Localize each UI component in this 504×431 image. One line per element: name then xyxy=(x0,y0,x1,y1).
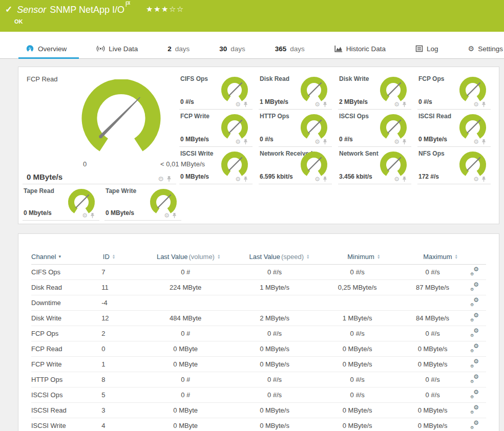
edit-channel-icon[interactable]: ⚙⚙ xyxy=(470,268,479,275)
pin-icon[interactable] xyxy=(481,139,487,145)
table-row-fcp-read[interactable]: FCP Read00 MByte0 MByte/s0 MByte/s0 MByt… xyxy=(31,341,486,357)
column-header-last-value-speed[interactable]: Last Value(speed)▲▼ xyxy=(234,253,326,261)
edit-channel-icon[interactable]: ⚙⚙ xyxy=(470,406,479,414)
column-header-maximum[interactable]: Maximum▲▼ xyxy=(402,253,479,261)
gear-icon[interactable]: ⚙ xyxy=(394,139,400,145)
star-icon[interactable]: ☆ xyxy=(177,5,184,13)
gauge-tile-fcp-write[interactable]: FCP Write 0 MByte/s ⚙ xyxy=(179,110,253,147)
edit-channel-icon[interactable]: ⚙⚙ xyxy=(470,329,479,337)
pin-icon[interactable] xyxy=(166,176,172,182)
priority-star-rating[interactable]: ★★★☆☆ xyxy=(146,4,184,14)
table-row-iscsi-ops[interactable]: ISCSI Ops50 #0 #/s0 #/s0 #/s⚙⚙ xyxy=(31,387,486,403)
gear-icon[interactable]: ⚙ xyxy=(164,212,170,219)
favorite-flag-icon[interactable] xyxy=(125,1,131,7)
gear-icon[interactable]: ⚙ xyxy=(473,101,479,107)
pin-icon[interactable] xyxy=(322,139,328,145)
edit-channel-icon[interactable]: ⚙⚙ xyxy=(470,391,479,398)
pin-icon[interactable] xyxy=(322,101,328,107)
gear-icon[interactable]: ⚙ xyxy=(314,139,320,145)
gear-icon[interactable]: ⚙ xyxy=(394,176,400,182)
gauge-tile-nfs-ops[interactable]: NFS Ops 172 #/s ⚙ xyxy=(417,147,491,184)
gear-icon[interactable]: ⚙ xyxy=(82,212,88,219)
tab-365-days[interactable]: 365days xyxy=(274,40,306,58)
column-header-channel[interactable]: Channel▾ xyxy=(31,253,103,261)
gauge-value: 172 #/s xyxy=(418,173,439,180)
pin-icon[interactable] xyxy=(402,176,407,182)
gauge-tile-network-sent[interactable]: Network Sent 3.456 kbit/s ⚙ xyxy=(338,147,411,184)
gauge-tile-iscsi-write[interactable]: ISCSI Write 0 MByte/s ⚙ xyxy=(179,147,253,184)
table-row-iscsi-read[interactable]: ISCSI Read30 MByte0 MByte/s0 MByte/s0 MB… xyxy=(31,403,486,418)
gauge-tile-network-received[interactable]: Network Received 6.595 kbit/s ⚙ xyxy=(259,147,332,184)
edit-channel-icon[interactable]: ⚙⚙ xyxy=(470,283,479,291)
column-header-last-value-volume[interactable]: Last Value(volume)▲▼ xyxy=(144,253,234,261)
tab-settings[interactable]: ⚙Settings xyxy=(467,40,504,58)
tab-log[interactable]: Log xyxy=(414,40,439,58)
gear-icon[interactable]: ⚙ xyxy=(314,176,320,182)
log-icon xyxy=(415,45,423,52)
pin-icon[interactable] xyxy=(243,101,248,107)
gear-icon[interactable]: ⚙ xyxy=(314,101,320,107)
gear-icon[interactable]: ⚙ xyxy=(473,139,479,145)
tab-30-days[interactable]: 30days xyxy=(218,40,246,58)
channel-cell: 0 MByte xyxy=(141,406,229,414)
channel-cell: 2 MByte/s xyxy=(229,314,320,322)
pin-icon[interactable] xyxy=(481,176,487,182)
edit-channel-icon[interactable]: ⚙⚙ xyxy=(470,375,479,383)
edit-channel-icon[interactable]: ⚙⚙ xyxy=(470,344,479,352)
gauge-tile-iscsi-ops[interactable]: ISCSI Ops 0 #/s ⚙ xyxy=(338,110,411,147)
main-gauge-tile[interactable]: FCP Read 0 < 0,01 MByte/s 0 MByte/s ⚙ xyxy=(23,72,176,184)
gauge-tile-iscsi-read[interactable]: ISCSI Read 0 MByte/s ⚙ xyxy=(417,110,491,147)
pin-icon[interactable] xyxy=(90,212,95,219)
channel-cell: 0 #/s xyxy=(395,391,470,399)
gauge-tile-cifs-ops[interactable]: CIFS Ops 0 #/s ⚙ xyxy=(179,72,253,110)
gear-icon[interactable]: ⚙ xyxy=(158,176,164,182)
tab-2-days[interactable]: 2days xyxy=(166,40,191,58)
gauge-tile-http-ops[interactable]: HTTP Ops 0 #/s ⚙ xyxy=(259,110,332,147)
column-header-id[interactable]: ID▲▼ xyxy=(103,253,144,261)
gauge-tile-disk-read[interactable]: Disk Read 1 MByte/s ⚙ xyxy=(259,72,332,110)
channel-name: ISCSI Write xyxy=(31,422,101,429)
edit-channel-icon[interactable]: ⚙⚙ xyxy=(470,298,479,306)
channel-cell: 1 xyxy=(101,360,141,368)
table-row-disk-read[interactable]: Disk Read11224 MByte1 MByte/s0,25 MByte/… xyxy=(31,280,486,295)
channel-cell: 4 xyxy=(101,422,141,429)
channel-cell: 0 MByte xyxy=(141,422,229,429)
pin-icon[interactable] xyxy=(402,139,407,145)
table-row-fcp-ops[interactable]: FCP Ops20 #0 #/s0 #/s0 #/s⚙⚙ xyxy=(31,326,486,341)
gear-icon[interactable]: ⚙ xyxy=(235,176,241,182)
star-icon[interactable]: ★ xyxy=(146,5,154,13)
table-row-fcp-write[interactable]: FCP Write10 MByte0 MByte/s0 MByte/s0 MBy… xyxy=(31,357,486,372)
star-icon[interactable]: ☆ xyxy=(169,5,177,13)
pin-icon[interactable] xyxy=(481,101,487,107)
pin-icon[interactable] xyxy=(243,139,248,145)
tab-number: 30 xyxy=(219,45,227,53)
sort-icon: ▲▼ xyxy=(455,254,458,259)
star-icon[interactable]: ★ xyxy=(161,5,169,13)
table-row-iscsi-write[interactable]: ISCSI Write40 MByte0 MByte/s0 MByte/s0 M… xyxy=(31,418,486,431)
gauge-tile-tape-read[interactable]: Tape Read 0 Mbyte/s ⚙ xyxy=(23,184,99,221)
edit-channel-icon[interactable]: ⚙⚙ xyxy=(470,421,479,429)
table-row-http-ops[interactable]: HTTP Ops80 #0 #/s0 #/s0 #/s⚙⚙ xyxy=(31,372,486,387)
table-row-disk-write[interactable]: Disk Write12484 MByte2 MByte/s1 MByte/s8… xyxy=(31,311,486,326)
tab-historic-data[interactable]: Historic Data xyxy=(333,40,387,58)
gauge-tile-fcp-ops[interactable]: FCP Ops 0 #/s ⚙ xyxy=(417,72,491,110)
tab-overview[interactable]: Overview xyxy=(25,40,68,58)
table-row-cifs-ops[interactable]: CIFS Ops70 #0 #/s0 #/s0 #/s⚙⚙ xyxy=(31,265,486,280)
star-icon[interactable]: ★ xyxy=(154,5,161,13)
gear-icon[interactable]: ⚙ xyxy=(473,176,479,182)
gear-icon[interactable]: ⚙ xyxy=(394,101,400,107)
gear-icon[interactable]: ⚙ xyxy=(235,139,241,145)
pin-icon[interactable] xyxy=(402,101,407,107)
gear-icon[interactable]: ⚙ xyxy=(235,101,241,107)
historic-icon xyxy=(334,45,343,52)
pin-icon[interactable] xyxy=(172,212,177,219)
pin-icon[interactable] xyxy=(322,176,328,182)
edit-channel-icon[interactable]: ⚙⚙ xyxy=(470,314,479,321)
gauge-tile-tape-write[interactable]: Tape Write 0 MByte/s ⚙ xyxy=(104,184,181,221)
column-header-minimum[interactable]: Minimum▲▼ xyxy=(325,253,402,261)
table-row-downtime[interactable]: Downtime-4⚙⚙ xyxy=(31,295,486,311)
pin-icon[interactable] xyxy=(243,176,248,182)
gauge-tile-disk-write[interactable]: Disk Write 2 MByte/s ⚙ xyxy=(338,72,411,110)
tab-live-data[interactable]: Live Data xyxy=(95,40,139,58)
edit-channel-icon[interactable]: ⚙⚙ xyxy=(470,360,479,368)
